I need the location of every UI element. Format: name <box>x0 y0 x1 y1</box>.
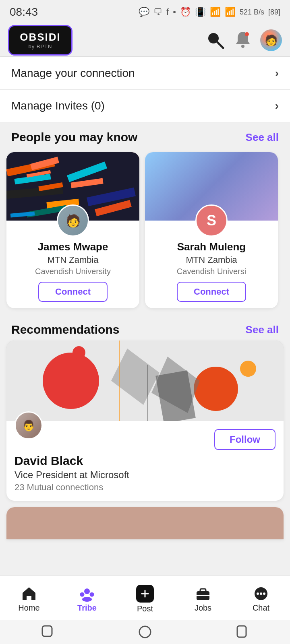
logo[interactable]: OBSIDI by BPTN <box>8 25 72 56</box>
nav-jobs-label: Jobs <box>195 603 211 613</box>
nav-chat[interactable]: Chat <box>232 586 290 613</box>
bell-icon <box>234 30 252 49</box>
svg-point-28 <box>84 588 90 594</box>
alarm-icon: ⏰ <box>180 7 191 17</box>
logo-text: OBSIDI <box>20 31 61 43</box>
david-banner <box>6 341 284 421</box>
search-button[interactable] <box>205 30 226 50</box>
nav-tribe[interactable]: Tribe <box>58 586 116 613</box>
svg-point-3 <box>245 32 249 36</box>
people-cards-container: 🧑 James Mwape MTN Zambia Cavendish Unive… <box>0 148 290 315</box>
whatsapp-icon: 💬 <box>139 7 149 17</box>
james-connect-button[interactable]: Connect <box>38 282 108 302</box>
recommendations-header: Recommendations See all <box>0 315 290 341</box>
app-header: OBSIDI by BPTN 🧑 <box>0 24 290 56</box>
svg-line-1 <box>218 42 223 48</box>
svg-point-22 <box>240 361 256 377</box>
james-name: James Mwape <box>38 241 108 253</box>
post-icon-box <box>136 585 154 603</box>
david-name: David Black <box>14 454 276 468</box>
manage-connection-label: Manage your connection <box>11 67 135 80</box>
nav-post-label: Post <box>137 604 153 613</box>
nav-home[interactable]: Home <box>0 586 58 613</box>
dot-icon: • <box>173 7 176 17</box>
wechat-icon: 🗨 <box>153 7 162 17</box>
sarah-connect-button[interactable]: Connect <box>177 282 246 302</box>
james-profile-area: 🧑 James Mwape MTN Zambia Cavendish Unive… <box>6 221 139 308</box>
david-mutual-connections: 23 Mutual connections <box>14 482 276 493</box>
home-circle-icon <box>137 624 153 640</box>
bottom-navigation: Home Tribe Post Jobs <box>0 576 290 620</box>
header-actions: 🧑 <box>205 29 282 51</box>
nav-post[interactable]: Post <box>116 585 174 613</box>
david-info: David Black Vice President at Microsoft … <box>6 454 284 501</box>
second-rec-banner-partial <box>6 507 284 539</box>
notifications-button[interactable] <box>234 30 252 50</box>
person-card-james: 🧑 James Mwape MTN Zambia Cavendish Unive… <box>6 152 139 308</box>
back-icon <box>41 624 56 640</box>
second-rec-card-partial <box>6 507 284 539</box>
people-see-all[interactable]: See all <box>246 131 279 144</box>
manage-connection-chevron: › <box>275 67 279 80</box>
facebook-icon: f <box>166 7 169 17</box>
status-icons: 💬 🗨 f • ⏰ 📳 📶 📶 521 B/s [89] <box>139 7 280 17</box>
avatar[interactable]: 🧑 <box>260 29 282 51</box>
manage-invites-chevron: › <box>275 99 279 112</box>
tribe-icon <box>79 586 95 602</box>
sarah-company: MTN Zambia <box>186 255 237 265</box>
david-job-title: Vice President at Microsoft <box>14 469 276 481</box>
svg-point-30 <box>90 592 94 597</box>
status-time: 08:43 <box>10 6 38 19</box>
wifi-icon: 📶 <box>210 7 221 17</box>
back-button[interactable] <box>38 622 58 642</box>
person-card-sarah: S Sarah Muleng MTN Zambia Cavendish Univ… <box>145 152 278 308</box>
david-avatar: 👨 <box>14 411 43 440</box>
manage-invites-label: Manage Invites (0) <box>11 99 105 112</box>
vibrate-icon: 📳 <box>195 7 206 17</box>
svg-point-39 <box>260 592 262 595</box>
svg-point-40 <box>263 592 265 595</box>
svg-rect-35 <box>200 589 206 592</box>
recommendations-see-all[interactable]: See all <box>246 324 279 336</box>
nav-jobs[interactable]: Jobs <box>174 586 232 613</box>
status-bar: 08:43 💬 🗨 f • ⏰ 📳 📶 📶 521 B/s [89] <box>0 0 290 24</box>
android-nav-bar <box>0 620 290 644</box>
nav-home-label: Home <box>18 603 39 613</box>
svg-rect-41 <box>42 626 52 636</box>
james-education: Cavendish University <box>35 267 111 276</box>
recommendations-title: Recommendations <box>11 323 119 336</box>
svg-point-31 <box>82 597 92 602</box>
chat-icon <box>253 586 269 602</box>
svg-point-20 <box>72 346 85 359</box>
svg-point-2 <box>241 45 244 48</box>
david-profile-row: 👨 Follow <box>6 421 284 454</box>
jobs-icon <box>195 586 211 602</box>
nav-tribe-label: Tribe <box>77 603 97 613</box>
nav-chat-label: Chat <box>253 603 269 613</box>
signal-icon: 📶 <box>225 7 236 17</box>
svg-point-19 <box>43 353 99 409</box>
rec-card-david: 👨 Follow David Black Vice President at M… <box>6 341 284 501</box>
svg-point-29 <box>80 592 85 597</box>
manage-connection-row[interactable]: Manage your connection › <box>0 57 290 90</box>
james-company: MTN Zambia <box>47 255 98 265</box>
battery-speed: 521 B/s <box>240 8 264 17</box>
david-banner-art <box>6 341 284 421</box>
svg-point-38 <box>257 592 259 595</box>
people-section-title: People you may know <box>11 130 137 144</box>
svg-point-42 <box>139 626 151 638</box>
recents-icon <box>234 624 249 640</box>
svg-point-21 <box>194 367 238 411</box>
people-section-header: People you may know See all <box>0 122 290 148</box>
sarah-education: Cavendish Universi <box>177 267 246 276</box>
home-icon <box>21 586 37 602</box>
search-icon <box>206 31 225 50</box>
david-follow-button[interactable]: Follow <box>214 429 276 450</box>
sarah-name: Sarah Muleng <box>177 241 246 253</box>
home-button[interactable] <box>135 622 155 642</box>
recents-button[interactable] <box>232 622 252 642</box>
svg-rect-43 <box>237 626 246 637</box>
battery-percent: [89] <box>268 8 280 17</box>
manage-invites-row[interactable]: Manage Invites (0) › <box>0 90 290 122</box>
sarah-avatar: S <box>195 204 228 237</box>
